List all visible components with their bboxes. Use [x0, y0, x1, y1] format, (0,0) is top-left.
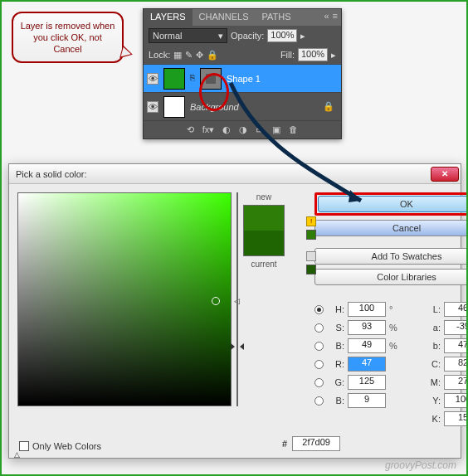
input-h[interactable]: 100	[348, 302, 386, 317]
add-to-swatches-button[interactable]: Add To Swatches	[314, 248, 468, 265]
opacity-input[interactable]: 100%	[267, 29, 297, 42]
radio-s[interactable]	[314, 323, 324, 333]
input-c[interactable]: 82	[444, 357, 468, 372]
current-color-swatch[interactable]	[244, 231, 284, 255]
layers-tabs: LAYERS CHANNELS PATHS « ≡	[144, 9, 341, 26]
panel-collapse-icon[interactable]: «	[324, 11, 329, 24]
tab-paths[interactable]: PATHS	[256, 9, 298, 26]
unit-s: %	[389, 323, 402, 333]
new-color-swatch[interactable]	[244, 206, 284, 231]
hue-slider[interactable]	[236, 192, 238, 406]
close-button[interactable]: ✕	[431, 167, 459, 182]
blend-mode-value: Normal	[153, 31, 182, 41]
websafe-warning-icon[interactable]	[306, 251, 316, 261]
layer-name: Background	[190, 102, 239, 112]
lock-all-icon[interactable]: 🔒	[207, 50, 218, 61]
callout-bubble: Layer is removed when you click OK, not …	[12, 12, 124, 63]
opacity-label: Opacity:	[231, 31, 264, 41]
new-layer-icon[interactable]: ▣	[272, 124, 280, 135]
fill-input[interactable]: 100%	[298, 48, 328, 61]
titlebar[interactable]: Pick a solid color: ✕	[9, 164, 461, 184]
input-s[interactable]: 93	[348, 320, 386, 335]
label-k: K:	[426, 414, 441, 424]
trash-icon[interactable]: 🗑	[289, 124, 298, 135]
input-r[interactable]: 47	[348, 357, 386, 372]
label-lab-b: b:	[426, 341, 441, 351]
color-field[interactable]	[17, 192, 232, 406]
label-y: Y:	[426, 396, 441, 406]
input-k[interactable]: 15	[444, 411, 468, 426]
label-r: R:	[329, 359, 344, 369]
new-label: new	[256, 192, 271, 202]
group-icon[interactable]: ▭	[256, 124, 264, 135]
tab-layers[interactable]: LAYERS	[144, 9, 193, 26]
current-label: current	[251, 260, 276, 269]
input-y[interactable]: 100	[444, 393, 468, 408]
layer-thumb[interactable]	[163, 96, 185, 118]
lock-move-icon[interactable]: ✥	[196, 50, 203, 61]
fx-icon[interactable]: fx▾	[202, 124, 215, 135]
fill-label: Fill:	[280, 50, 295, 60]
color-field-cursor	[212, 297, 220, 305]
mask-icon[interactable]: ◐	[222, 124, 231, 135]
link-layers-icon[interactable]: ⟲	[187, 124, 194, 135]
color-libraries-button[interactable]: Color Libraries	[314, 269, 468, 285]
gamut-warning-icon[interactable]: !	[306, 216, 316, 226]
lock-brush-icon[interactable]: ✎	[185, 50, 193, 61]
layer-name: Shape 1	[227, 74, 261, 84]
websafe-swatch[interactable]	[306, 265, 316, 274]
radio-b[interactable]	[314, 342, 324, 351]
fill-chevron-icon[interactable]: ▸	[331, 50, 336, 61]
layer-item-background[interactable]: 👁 Background 🔒	[144, 92, 341, 120]
visibility-toggle[interactable]: 👁	[147, 73, 158, 85]
watermark: groovyPost.com	[385, 459, 456, 471]
layers-footer: ⟲ fx▾ ◐ ◑ ▭ ▣ 🗑	[144, 120, 341, 138]
dialog-title: Pick a solid color:	[16, 169, 431, 179]
panel-menu-icon[interactable]: ≡	[333, 11, 338, 24]
link-icon: ⎘	[190, 73, 195, 85]
label-a: a:	[426, 323, 441, 333]
layer-item-shape1[interactable]: 👁 ⎘ Shape 1	[144, 64, 341, 92]
gamut-swatch[interactable]	[306, 230, 316, 240]
adjustment-icon[interactable]: ◑	[239, 124, 247, 135]
blend-mode-select[interactable]: Normal ▾	[149, 28, 227, 43]
opacity-chevron-icon[interactable]: ▸	[300, 31, 305, 41]
color-picker-dialog: Pick a solid color: ✕ ◁ △ new current !	[8, 163, 461, 459]
input-l[interactable]: 46	[444, 302, 468, 317]
layer-color-thumb[interactable]	[163, 68, 185, 90]
web-colors-label: Only Web Colors	[32, 441, 101, 451]
cancel-button[interactable]: Cancel	[314, 220, 468, 236]
input-g[interactable]: 125	[348, 375, 386, 390]
tab-channels[interactable]: CHANNELS	[193, 9, 256, 26]
input-lab-b[interactable]: 47	[444, 338, 468, 353]
ok-button[interactable]: OK	[318, 196, 468, 212]
field-marker-bottom: △	[14, 450, 20, 459]
input-b[interactable]: 49	[348, 338, 386, 353]
layer-mask-thumb[interactable]	[200, 68, 222, 90]
color-compare-swatch	[243, 205, 285, 256]
chevron-down-icon: ▾	[218, 31, 223, 41]
label-h: H:	[329, 304, 344, 314]
lock-icon: 🔒	[323, 101, 334, 112]
input-hex[interactable]: 2f7d09	[292, 436, 340, 451]
unit-h: °	[389, 304, 402, 314]
radio-h[interactable]	[314, 305, 324, 314]
callout-text: Layer is removed when you click OK, not …	[18, 20, 117, 55]
ok-highlight: OK	[314, 192, 468, 216]
input-m[interactable]: 27	[444, 375, 468, 390]
lock-transparent-icon[interactable]: ▦	[173, 50, 182, 61]
input-a[interactable]: -39	[444, 320, 468, 335]
radio-r[interactable]	[314, 360, 324, 369]
visibility-toggle[interactable]: 👁	[147, 101, 158, 113]
radio-g[interactable]	[314, 378, 324, 387]
label-b: B:	[329, 341, 344, 351]
label-s: S:	[329, 323, 344, 333]
input-bb[interactable]: 9	[348, 393, 386, 408]
radio-bb[interactable]	[314, 396, 324, 406]
unit-b: %	[389, 341, 402, 351]
hash-label: #	[282, 439, 287, 449]
label-l: L:	[426, 304, 441, 314]
callout-tail	[119, 45, 134, 61]
web-colors-checkbox[interactable]	[19, 441, 29, 451]
label-c: C:	[426, 359, 441, 369]
